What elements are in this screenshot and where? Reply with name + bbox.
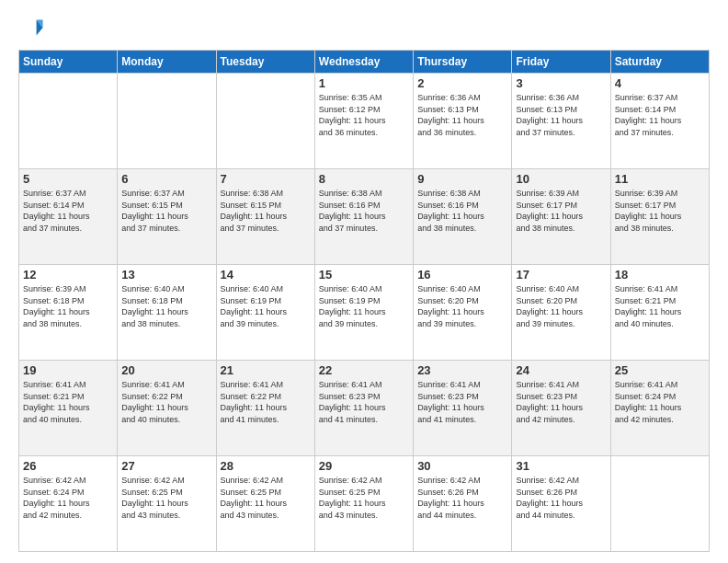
day-number: 20 <box>121 363 211 377</box>
table-row: 31Sunrise: 6:42 AM Sunset: 6:26 PM Dayli… <box>512 456 610 552</box>
day-number: 30 <box>417 459 507 473</box>
table-row: 21Sunrise: 6:41 AM Sunset: 6:22 PM Dayli… <box>216 361 314 456</box>
day-number: 19 <box>23 363 113 377</box>
table-row: 19Sunrise: 6:41 AM Sunset: 6:21 PM Dayli… <box>19 361 118 456</box>
day-number: 5 <box>23 172 113 186</box>
table-row <box>19 74 118 169</box>
day-number: 18 <box>615 268 705 282</box>
day-info: Sunrise: 6:41 AM Sunset: 6:23 PM Dayligh… <box>319 379 409 425</box>
calendar-header-wednesday: Wednesday <box>314 51 413 74</box>
day-info: Sunrise: 6:37 AM Sunset: 6:14 PM Dayligh… <box>23 188 113 234</box>
calendar-week-5: 26Sunrise: 6:42 AM Sunset: 6:24 PM Dayli… <box>19 456 710 552</box>
calendar-header-thursday: Thursday <box>414 51 512 74</box>
day-number: 29 <box>319 459 409 473</box>
calendar-header-row: SundayMondayTuesdayWednesdayThursdayFrid… <box>19 51 710 74</box>
table-row: 5Sunrise: 6:37 AM Sunset: 6:14 PM Daylig… <box>19 169 118 265</box>
day-info: Sunrise: 6:37 AM Sunset: 6:15 PM Dayligh… <box>121 188 211 234</box>
day-number: 23 <box>417 363 507 377</box>
day-number: 28 <box>221 459 311 473</box>
table-row: 17Sunrise: 6:40 AM Sunset: 6:20 PM Dayli… <box>512 265 610 361</box>
day-info: Sunrise: 6:40 AM Sunset: 6:20 PM Dayligh… <box>417 283 507 329</box>
table-row: 12Sunrise: 6:39 AM Sunset: 6:18 PM Dayli… <box>19 265 118 361</box>
day-number: 3 <box>516 76 606 90</box>
calendar-week-1: 1Sunrise: 6:35 AM Sunset: 6:12 PM Daylig… <box>19 74 710 169</box>
table-row <box>216 74 314 169</box>
day-number: 14 <box>221 268 311 282</box>
day-number: 11 <box>615 172 705 186</box>
table-row: 2Sunrise: 6:36 AM Sunset: 6:13 PM Daylig… <box>414 74 512 169</box>
table-row: 7Sunrise: 6:38 AM Sunset: 6:15 PM Daylig… <box>216 169 314 265</box>
day-number: 8 <box>319 172 409 186</box>
table-row: 14Sunrise: 6:40 AM Sunset: 6:19 PM Dayli… <box>216 265 314 361</box>
table-row: 25Sunrise: 6:41 AM Sunset: 6:24 PM Dayli… <box>610 361 709 456</box>
table-row: 29Sunrise: 6:42 AM Sunset: 6:25 PM Dayli… <box>314 456 413 552</box>
day-info: Sunrise: 6:42 AM Sunset: 6:25 PM Dayligh… <box>319 475 409 521</box>
calendar-header-friday: Friday <box>512 51 610 74</box>
calendar-header-saturday: Saturday <box>610 51 709 74</box>
logo <box>18 15 48 40</box>
day-info: Sunrise: 6:41 AM Sunset: 6:23 PM Dayligh… <box>516 379 606 425</box>
table-row: 11Sunrise: 6:39 AM Sunset: 6:17 PM Dayli… <box>610 169 709 265</box>
day-info: Sunrise: 6:42 AM Sunset: 6:25 PM Dayligh… <box>221 475 311 521</box>
day-number: 1 <box>319 76 409 90</box>
day-number: 2 <box>417 76 507 90</box>
day-info: Sunrise: 6:39 AM Sunset: 6:17 PM Dayligh… <box>516 188 606 234</box>
day-info: Sunrise: 6:41 AM Sunset: 6:22 PM Dayligh… <box>221 379 311 425</box>
day-info: Sunrise: 6:40 AM Sunset: 6:18 PM Dayligh… <box>121 283 211 329</box>
day-info: Sunrise: 6:38 AM Sunset: 6:16 PM Dayligh… <box>417 188 507 234</box>
table-row: 10Sunrise: 6:39 AM Sunset: 6:17 PM Dayli… <box>512 169 610 265</box>
logo-icon <box>18 15 44 40</box>
table-row: 28Sunrise: 6:42 AM Sunset: 6:25 PM Dayli… <box>216 456 314 552</box>
page: SundayMondayTuesdayWednesdayThursdayFrid… <box>0 0 728 563</box>
table-row: 9Sunrise: 6:38 AM Sunset: 6:16 PM Daylig… <box>414 169 512 265</box>
day-info: Sunrise: 6:39 AM Sunset: 6:18 PM Dayligh… <box>23 283 113 329</box>
day-number: 17 <box>516 268 606 282</box>
table-row: 30Sunrise: 6:42 AM Sunset: 6:26 PM Dayli… <box>414 456 512 552</box>
day-info: Sunrise: 6:40 AM Sunset: 6:20 PM Dayligh… <box>516 283 606 329</box>
day-info: Sunrise: 6:40 AM Sunset: 6:19 PM Dayligh… <box>221 283 311 329</box>
day-info: Sunrise: 6:38 AM Sunset: 6:16 PM Dayligh… <box>319 188 409 234</box>
calendar-week-3: 12Sunrise: 6:39 AM Sunset: 6:18 PM Dayli… <box>19 265 710 361</box>
day-info: Sunrise: 6:36 AM Sunset: 6:13 PM Dayligh… <box>516 92 606 138</box>
day-info: Sunrise: 6:41 AM Sunset: 6:23 PM Dayligh… <box>417 379 507 425</box>
day-number: 15 <box>319 268 409 282</box>
day-info: Sunrise: 6:41 AM Sunset: 6:21 PM Dayligh… <box>23 379 113 425</box>
day-number: 26 <box>23 459 113 473</box>
table-row: 20Sunrise: 6:41 AM Sunset: 6:22 PM Dayli… <box>118 361 216 456</box>
day-number: 25 <box>615 363 705 377</box>
table-row: 26Sunrise: 6:42 AM Sunset: 6:24 PM Dayli… <box>19 456 118 552</box>
day-number: 27 <box>121 459 211 473</box>
calendar-week-4: 19Sunrise: 6:41 AM Sunset: 6:21 PM Dayli… <box>19 361 710 456</box>
table-row: 16Sunrise: 6:40 AM Sunset: 6:20 PM Dayli… <box>414 265 512 361</box>
table-row <box>118 74 216 169</box>
table-row: 22Sunrise: 6:41 AM Sunset: 6:23 PM Dayli… <box>314 361 413 456</box>
day-number: 31 <box>516 459 606 473</box>
day-number: 21 <box>221 363 311 377</box>
table-row: 8Sunrise: 6:38 AM Sunset: 6:16 PM Daylig… <box>314 169 413 265</box>
day-info: Sunrise: 6:41 AM Sunset: 6:21 PM Dayligh… <box>615 283 705 329</box>
day-info: Sunrise: 6:38 AM Sunset: 6:15 PM Dayligh… <box>221 188 311 234</box>
table-row: 27Sunrise: 6:42 AM Sunset: 6:25 PM Dayli… <box>118 456 216 552</box>
calendar-header-sunday: Sunday <box>19 51 118 74</box>
day-number: 24 <box>516 363 606 377</box>
calendar-week-2: 5Sunrise: 6:37 AM Sunset: 6:14 PM Daylig… <box>19 169 710 265</box>
day-info: Sunrise: 6:37 AM Sunset: 6:14 PM Dayligh… <box>615 92 705 138</box>
table-row: 13Sunrise: 6:40 AM Sunset: 6:18 PM Dayli… <box>118 265 216 361</box>
day-info: Sunrise: 6:39 AM Sunset: 6:17 PM Dayligh… <box>615 188 705 234</box>
table-row: 18Sunrise: 6:41 AM Sunset: 6:21 PM Dayli… <box>610 265 709 361</box>
day-info: Sunrise: 6:41 AM Sunset: 6:24 PM Dayligh… <box>615 379 705 425</box>
day-info: Sunrise: 6:41 AM Sunset: 6:22 PM Dayligh… <box>121 379 211 425</box>
calendar-table: SundayMondayTuesdayWednesdayThursdayFrid… <box>18 50 710 552</box>
calendar-header-monday: Monday <box>118 51 216 74</box>
table-row: 24Sunrise: 6:41 AM Sunset: 6:23 PM Dayli… <box>512 361 610 456</box>
table-row: 6Sunrise: 6:37 AM Sunset: 6:15 PM Daylig… <box>118 169 216 265</box>
day-number: 16 <box>417 268 507 282</box>
day-info: Sunrise: 6:35 AM Sunset: 6:12 PM Dayligh… <box>319 92 409 138</box>
table-row <box>610 456 709 552</box>
table-row: 3Sunrise: 6:36 AM Sunset: 6:13 PM Daylig… <box>512 74 610 169</box>
day-info: Sunrise: 6:40 AM Sunset: 6:19 PM Dayligh… <box>319 283 409 329</box>
day-info: Sunrise: 6:42 AM Sunset: 6:26 PM Dayligh… <box>417 475 507 521</box>
table-row: 1Sunrise: 6:35 AM Sunset: 6:12 PM Daylig… <box>314 74 413 169</box>
table-row: 15Sunrise: 6:40 AM Sunset: 6:19 PM Dayli… <box>314 265 413 361</box>
table-row: 4Sunrise: 6:37 AM Sunset: 6:14 PM Daylig… <box>610 74 709 169</box>
